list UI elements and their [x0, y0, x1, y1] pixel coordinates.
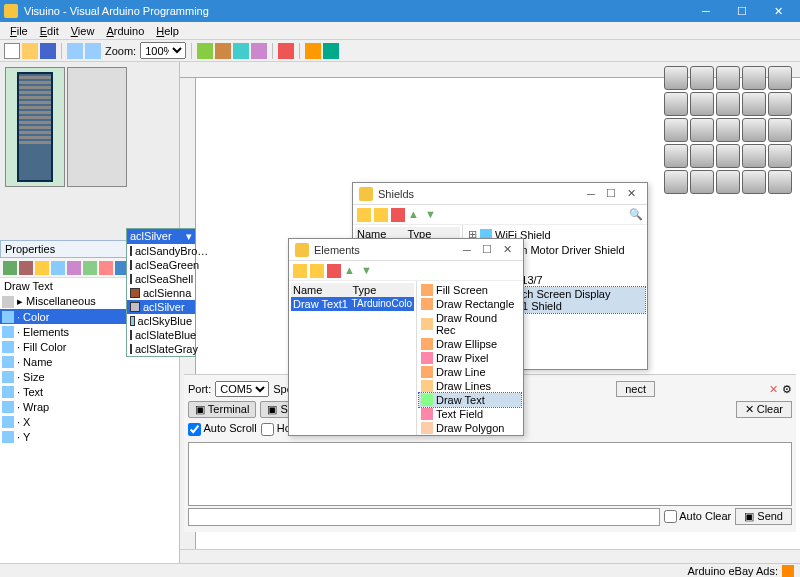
- sort-icon[interactable]: [35, 261, 49, 275]
- new-icon[interactable]: [4, 43, 20, 59]
- tool-icon[interactable]: [215, 43, 231, 59]
- tool-icon[interactable]: [67, 261, 81, 275]
- palette-button[interactable]: [742, 170, 766, 194]
- tool-icon[interactable]: [374, 208, 388, 222]
- save-icon[interactable]: [40, 43, 56, 59]
- filter-icon[interactable]: [51, 261, 65, 275]
- open-icon[interactable]: [22, 43, 38, 59]
- tool-icon[interactable]: [233, 43, 249, 59]
- palette-button[interactable]: [690, 170, 714, 194]
- terminal-output[interactable]: [188, 442, 792, 506]
- list-item[interactable]: Text Field: [419, 407, 521, 421]
- minimize-button[interactable]: ─: [688, 0, 724, 22]
- list-item[interactable]: Draw Rectangle: [419, 297, 521, 311]
- tool-icon[interactable]: [357, 208, 371, 222]
- send-input[interactable]: [188, 508, 660, 526]
- port-select[interactable]: COM5 (U: [215, 381, 269, 397]
- terminal-tab[interactable]: ▣ Terminal: [188, 401, 256, 418]
- verify-icon[interactable]: [323, 43, 339, 59]
- color-option[interactable]: aclSandyBro…: [127, 244, 195, 258]
- maximize-button[interactable]: ☐: [724, 0, 760, 22]
- list-item[interactable]: Draw Polygon: [419, 421, 521, 435]
- color-option[interactable]: aclSilver: [127, 300, 195, 314]
- menu-arduino[interactable]: Arduino: [100, 25, 150, 37]
- property-row[interactable]: · Size: [0, 369, 179, 384]
- list-item[interactable]: Draw Text1TArduinoColo: [291, 297, 414, 311]
- tool-icon[interactable]: [251, 43, 267, 59]
- autoclear-checkbox[interactable]: Auto Clear: [664, 510, 731, 524]
- menu-file[interactable]: FFileile: [4, 25, 34, 37]
- color-option[interactable]: aclSlateGray: [127, 342, 195, 356]
- close-icon[interactable]: ✕: [497, 243, 517, 256]
- zoom-out-icon[interactable]: [85, 43, 101, 59]
- scrollbar-horizontal[interactable]: [180, 549, 800, 563]
- feed-icon[interactable]: [782, 565, 794, 577]
- autoscroll-checkbox[interactable]: Auto Scroll: [188, 422, 257, 436]
- clear-button[interactable]: ✕ Clear: [736, 401, 792, 418]
- palette-button[interactable]: [768, 92, 792, 116]
- color-dropdown[interactable]: aclSilver▾ aclSandyBro…aclSeaGreenaclSea…: [126, 228, 196, 357]
- color-option[interactable]: aclSienna: [127, 286, 195, 300]
- minimize-icon[interactable]: ─: [581, 188, 601, 200]
- palette-button[interactable]: [664, 118, 688, 142]
- palette-button[interactable]: [716, 144, 740, 168]
- palette-button[interactable]: [716, 170, 740, 194]
- list-item[interactable]: Draw Ellipse: [419, 337, 521, 351]
- menu-edit[interactable]: Edit: [34, 25, 65, 37]
- settings-icon[interactable]: ⚙: [782, 383, 792, 396]
- palette-button[interactable]: [664, 170, 688, 194]
- palette-button[interactable]: [690, 92, 714, 116]
- palette-button[interactable]: [768, 118, 792, 142]
- elements-dialog[interactable]: Elements ─ ☐ ✕ ▲ ▼ NameType Draw Text1TA…: [288, 238, 524, 436]
- color-option[interactable]: aclSeaShell: [127, 272, 195, 286]
- expand-icon[interactable]: [3, 261, 17, 275]
- color-option[interactable]: aclSlateBlue: [127, 328, 195, 342]
- connect-button[interactable]: nect: [616, 381, 655, 397]
- upload-icon[interactable]: [305, 43, 321, 59]
- delete-icon[interactable]: [327, 264, 341, 278]
- zoom-in-icon[interactable]: [67, 43, 83, 59]
- zoom-select[interactable]: 100%: [140, 42, 186, 59]
- list-item[interactable]: Draw Pixel: [419, 351, 521, 365]
- delete-icon[interactable]: [278, 43, 294, 59]
- up-icon[interactable]: ▲: [344, 264, 358, 278]
- palette-button[interactable]: [716, 92, 740, 116]
- color-option[interactable]: aclSeaGreen: [127, 258, 195, 272]
- down-icon[interactable]: ▼: [361, 264, 375, 278]
- palette-button[interactable]: [768, 66, 792, 90]
- close-icon[interactable]: ✕: [621, 187, 641, 200]
- palette-button[interactable]: [716, 66, 740, 90]
- palette-button[interactable]: [742, 144, 766, 168]
- list-item[interactable]: Draw Lines: [419, 379, 521, 393]
- tool-icon[interactable]: [99, 261, 113, 275]
- delete-icon[interactable]: [391, 208, 405, 222]
- palette-button[interactable]: [664, 144, 688, 168]
- list-item[interactable]: Draw Line: [419, 365, 521, 379]
- tool-icon[interactable]: [293, 264, 307, 278]
- list-item[interactable]: Draw Round Rec: [419, 311, 521, 337]
- property-row[interactable]: · X: [0, 414, 179, 429]
- color-option[interactable]: aclSkyBlue: [127, 314, 195, 328]
- menu-help[interactable]: Help: [150, 25, 185, 37]
- tool-icon[interactable]: [83, 261, 97, 275]
- palette-button[interactable]: [768, 144, 792, 168]
- minimize-icon[interactable]: ─: [457, 244, 477, 256]
- property-row[interactable]: · Y: [0, 429, 179, 444]
- delete-icon[interactable]: ✕: [769, 383, 778, 396]
- up-icon[interactable]: ▲: [408, 208, 422, 222]
- palette-button[interactable]: [716, 118, 740, 142]
- down-icon[interactable]: ▼: [425, 208, 439, 222]
- board-preview-empty[interactable]: [67, 67, 127, 187]
- menu-view[interactable]: View: [65, 25, 101, 37]
- tool-icon[interactable]: [310, 264, 324, 278]
- palette-button[interactable]: [690, 118, 714, 142]
- palette-button[interactable]: [742, 92, 766, 116]
- tool-icon[interactable]: [197, 43, 213, 59]
- maximize-icon[interactable]: ☐: [601, 187, 621, 200]
- property-row[interactable]: · Text: [0, 384, 179, 399]
- list-item[interactable]: Fill Screen: [419, 283, 521, 297]
- palette-button[interactable]: [742, 66, 766, 90]
- search-icon[interactable]: 🔍: [629, 208, 643, 222]
- property-row[interactable]: · Wrap: [0, 399, 179, 414]
- palette-button[interactable]: [664, 92, 688, 116]
